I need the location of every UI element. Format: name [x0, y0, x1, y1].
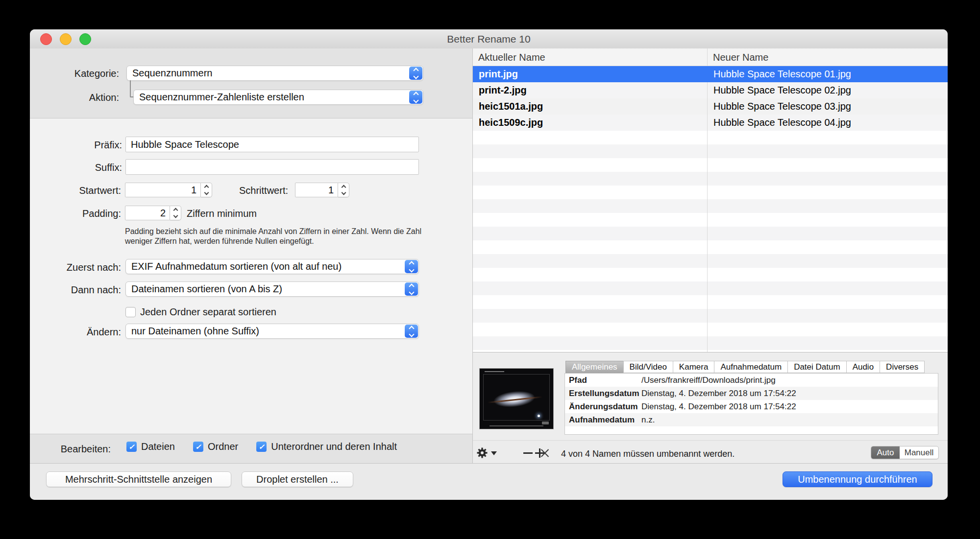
- remove-files-icon[interactable]: [522, 447, 534, 459]
- kategorie-popup[interactable]: Sequenznummern: [126, 66, 423, 81]
- clear-list-icon[interactable]: [539, 447, 551, 459]
- inspector-tab[interactable]: Kamera: [673, 361, 715, 373]
- current-name-cell: heic1509c.jpg: [473, 117, 707, 128]
- checkbox-checked[interactable]: ✓: [193, 442, 203, 452]
- table-header: Aktueller Name Neuer Name: [473, 48, 948, 66]
- inspector-tabs: Allgemeines Bild/Video Kamera Aufnahmeda…: [565, 361, 924, 373]
- stepper-down-icon: [173, 213, 178, 218]
- empty-rows-stripes: [473, 131, 948, 352]
- table-row[interactable]: print-2.jpg Hubble Space Telescope 02.jp…: [473, 82, 948, 98]
- praefix-input[interactable]: Hubble Space Telescope: [125, 137, 419, 152]
- droplet-button[interactable]: Droplet erstellen ...: [242, 471, 353, 487]
- table-row[interactable]: print.jpg Hubble Space Telescope 01.jpg: [473, 66, 948, 82]
- gear-caret-icon[interactable]: [491, 451, 497, 455]
- stepper-up-icon: [204, 185, 209, 190]
- window-title: Better Rename 10: [30, 33, 948, 45]
- file-table: print.jpg Hubble Space Telescope 01.jpg …: [473, 66, 948, 131]
- current-name-cell: print.jpg: [473, 69, 707, 80]
- metadata-label: Erstellungsdatum: [565, 389, 641, 398]
- padding-stepper[interactable]: [170, 206, 181, 220]
- stepper-down-icon: [341, 190, 346, 195]
- aktion-popup[interactable]: Sequenznummer-Zahlenliste erstellen: [133, 90, 423, 105]
- startwert-label: Startwert:: [30, 185, 121, 196]
- mehrschritt-button[interactable]: Mehrschritt-Schnittstelle anzeigen: [46, 471, 231, 487]
- inspector-tab[interactable]: Bild/Video: [623, 361, 673, 373]
- bearbeiten-checkbox[interactable]: ✓ Ordner: [193, 441, 238, 452]
- check-icon: ✓: [258, 443, 265, 451]
- metadata-value: Dienstag, 4. Dezember 2018 um 17:54:22: [641, 389, 796, 398]
- table-row[interactable]: heic1501a.jpg Hubble Space Telescope 03.…: [473, 98, 948, 115]
- inspector-tab[interactable]: Audio: [846, 361, 880, 373]
- separat-sortieren-checkbox[interactable]: Jeden Ordner separat sortieren: [125, 306, 276, 318]
- action-selection-section: [30, 48, 472, 118]
- new-name-cell: Hubble Space Telescope 03.jpg: [707, 101, 851, 112]
- metadata-value: Dienstag, 4. Dezember 2018 um 17:54:22: [641, 402, 796, 412]
- dann-nach-popup[interactable]: Dateinamen sortieren (von A bis Z): [125, 281, 419, 297]
- metadata-label: Änderungsdatum: [565, 402, 641, 412]
- startwert-input[interactable]: 1: [125, 183, 201, 197]
- auto-manuell-segmented-control: Auto Manuell: [871, 446, 939, 459]
- zuerst-nach-popup[interactable]: EXIF Aufnahmedatum sortieren (von alt au…: [125, 259, 419, 274]
- metadata-value: /Users/frankreiff/Downloads/print.jpg: [641, 375, 776, 385]
- suffix-input[interactable]: [125, 159, 419, 175]
- gear-icon[interactable]: [476, 447, 488, 459]
- popup-chevrons-icon: [409, 91, 422, 104]
- stepper-up-icon: [341, 185, 346, 190]
- padding-input[interactable]: 2: [125, 206, 170, 220]
- inspector-tab[interactable]: Diverses: [880, 361, 925, 373]
- checkbox-checked[interactable]: ✓: [126, 442, 137, 452]
- status-text: 4 von 4 Namen müssen umbenannt werden.: [561, 449, 735, 459]
- bearbeiten-label: Bearbeiten:: [30, 444, 111, 455]
- startwert-stepper[interactable]: [201, 183, 212, 197]
- segment-manuell[interactable]: Manuell: [900, 446, 938, 459]
- bearbeiten-checkbox[interactable]: ✓ Dateien: [126, 441, 175, 452]
- schrittwert-stepper[interactable]: [338, 183, 349, 197]
- popup-chevrons-icon: [409, 67, 422, 80]
- schrittwert-input[interactable]: 1: [295, 183, 338, 197]
- popup-chevrons-icon: [405, 325, 418, 338]
- padding-help-text: Padding bezieht sich auf die minimale An…: [125, 227, 424, 246]
- suffix-label: Suffix:: [30, 162, 122, 173]
- praefix-label: Präfix:: [30, 140, 122, 151]
- stepper-down-icon: [204, 190, 209, 195]
- segment-auto[interactable]: Auto: [871, 446, 900, 459]
- preview-thumbnail: [479, 368, 554, 429]
- metadata-row: Änderungsdatum Dienstag, 4. Dezember 201…: [565, 400, 938, 413]
- padding-unit-label: Ziffern minimum: [187, 208, 383, 219]
- aendern-label: Ändern:: [30, 327, 121, 338]
- check-icon: ✓: [128, 443, 135, 451]
- inspector-tab[interactable]: Aufnahmedatum: [714, 361, 788, 373]
- stepper-up-icon: [173, 208, 178, 213]
- checkbox-checked[interactable]: ✓: [256, 442, 267, 452]
- padding-label: Padding:: [30, 208, 121, 219]
- bearbeiten-checkbox-group: ✓ Dateien ✓ Ordner ✓ Unterordner und der…: [126, 441, 397, 452]
- check-icon: ✓: [195, 443, 201, 451]
- table-row[interactable]: heic1509c.jpg Hubble Space Telescope 04.…: [473, 115, 948, 131]
- new-name-cell: Hubble Space Telescope 04.jpg: [707, 117, 851, 128]
- aendern-popup[interactable]: nur Dateinamen (ohne Suffix): [125, 324, 419, 339]
- inspector-tab[interactable]: Allgemeines: [565, 361, 624, 373]
- checkbox-unchecked[interactable]: [125, 307, 136, 317]
- star-dot: [538, 415, 540, 417]
- thumbnail-logo: [542, 422, 549, 424]
- current-name-cell: print-2.jpg: [473, 85, 707, 96]
- umbenennung-durchfuehren-button[interactable]: Umbenennung durchführen: [783, 471, 932, 487]
- thumbnail-title-text: [485, 371, 504, 372]
- thumbnail-caption-text: [490, 425, 543, 426]
- new-name-cell: Hubble Space Telescope 01.jpg: [707, 69, 851, 80]
- metadata-table: Pfad /Users/frankreiff/Downloads/print.j…: [564, 373, 938, 435]
- popup-chevrons-icon: [405, 260, 418, 273]
- metadata-label: Pfad: [565, 375, 641, 385]
- column-header-neuer-name[interactable]: Neuer Name: [713, 52, 768, 63]
- dann-nach-label: Dann nach:: [30, 284, 121, 296]
- metadata-label: Aufnahmedatum: [565, 415, 641, 425]
- column-divider[interactable]: [707, 48, 708, 352]
- schrittwert-label: Schrittwert:: [226, 185, 288, 196]
- column-header-aktueller-name[interactable]: Aktueller Name: [478, 52, 545, 63]
- new-name-cell: Hubble Space Telescope 02.jpg: [707, 85, 851, 96]
- metadata-row: Aufnahmedatum n.z.: [565, 413, 938, 426]
- better-rename-window: Better Rename 10 Kategorie: Sequenznumme…: [30, 29, 948, 500]
- current-name-cell: heic1501a.jpg: [473, 101, 707, 112]
- inspector-tab[interactable]: Datei Datum: [787, 361, 846, 373]
- bearbeiten-checkbox[interactable]: ✓ Unterordner und deren Inhalt: [256, 441, 397, 452]
